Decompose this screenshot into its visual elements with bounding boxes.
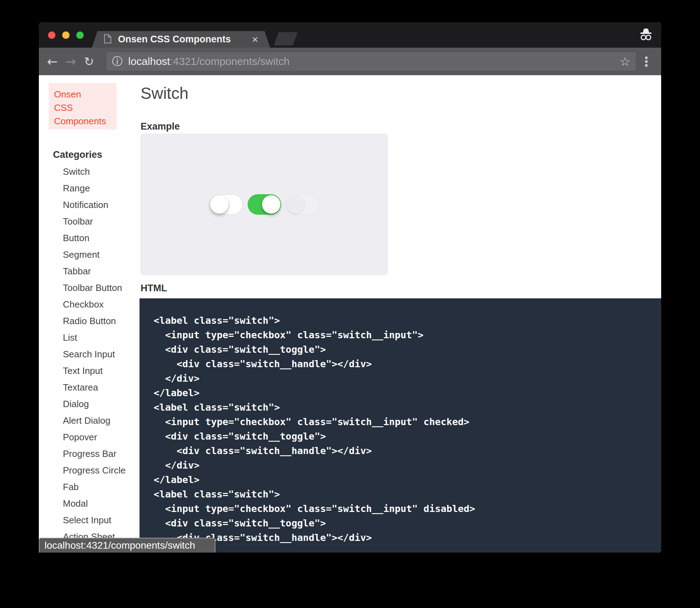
sidebar-item-switch[interactable]: Switch xyxy=(63,163,126,180)
back-button[interactable]: ← xyxy=(43,54,61,69)
code-line: </label> xyxy=(154,386,661,400)
sidebar-logo[interactable]: Onsen CSS Components xyxy=(49,83,117,130)
sidebar-item-toolbar[interactable]: Toolbar xyxy=(63,213,126,230)
browser-menu-icon[interactable]: ⋮ xyxy=(640,48,653,75)
minimize-window-button[interactable] xyxy=(62,31,70,39)
code-line: <div class="switch__handle"></div> xyxy=(154,357,661,371)
code-line: <div class="switch__toggle"> xyxy=(154,516,661,530)
browser-toolbar: ← → ↻ ⓘ localhost:4321/components/switch… xyxy=(39,48,661,75)
sidebar-item-alert-dialog[interactable]: Alert Dialog xyxy=(63,412,126,429)
logo-line: Onsen xyxy=(54,88,117,101)
sidebar-item-text-input[interactable]: Text Input xyxy=(63,363,126,379)
sidebar-item-progress-circle[interactable]: Progress Circle xyxy=(63,462,126,479)
page-document-icon xyxy=(104,34,112,45)
sidebar-item-modal[interactable]: Modal xyxy=(63,495,126,512)
tab-title: Onsen CSS Components xyxy=(118,34,245,45)
code-line: </label> xyxy=(154,472,661,487)
code-line: <label class="switch"> xyxy=(154,487,661,501)
code-line: <label class="switch"> xyxy=(154,400,661,415)
address-bar[interactable]: ⓘ localhost:4321/components/switch ☆ xyxy=(106,52,636,71)
title-bar: Onsen CSS Components × xyxy=(39,22,661,48)
page-title: Switch xyxy=(141,84,188,103)
sidebar-item-list[interactable]: List xyxy=(63,329,126,346)
new-tab-button[interactable] xyxy=(274,32,298,46)
switch-handle xyxy=(262,195,280,214)
html-label: HTML xyxy=(141,283,167,294)
sidebar-item-tabbar[interactable]: Tabbar xyxy=(63,263,126,280)
reload-button[interactable]: ↻ xyxy=(80,54,98,68)
bookmark-star-icon[interactable]: ☆ xyxy=(620,54,630,68)
logo-line: CSS xyxy=(54,101,117,114)
code-line: <div class="switch__handle"></div> xyxy=(154,443,661,458)
logo-line: Components xyxy=(54,114,117,128)
sidebar-item-select-input[interactable]: Select Input xyxy=(63,512,126,529)
sidebar-item-segment[interactable]: Segment xyxy=(63,246,126,263)
code-line: <div class="switch__toggle"> xyxy=(154,342,661,357)
code-line: </div> xyxy=(154,371,661,386)
switch-toggle-on[interactable] xyxy=(248,194,281,215)
code-line: <input type="checkbox" class="switch__in… xyxy=(154,328,661,342)
incognito-icon xyxy=(638,28,654,43)
sidebar-item-textarea[interactable]: Textarea xyxy=(63,379,126,396)
code-block: <label class="switch"> <input type="chec… xyxy=(140,298,661,553)
switch-toggle-disabled xyxy=(286,194,319,215)
site-info-icon[interactable]: ⓘ xyxy=(112,56,123,67)
code-line: <input type="checkbox" class="switch__in… xyxy=(154,415,661,429)
sidebar-item-dialog[interactable]: Dialog xyxy=(63,396,126,412)
sidebar-item-checkbox[interactable]: Checkbox xyxy=(63,296,126,313)
switch-handle xyxy=(210,195,229,214)
zoom-window-button[interactable] xyxy=(76,31,84,39)
example-panel xyxy=(141,134,388,275)
sidebar-item-toolbar-button[interactable]: Toolbar Button xyxy=(63,280,126,296)
sidebar-item-popover[interactable]: Popover xyxy=(63,429,126,446)
sidebar-item-notification[interactable]: Notification xyxy=(63,197,126,213)
example-label: Example xyxy=(141,121,180,132)
sidebar-item-fab[interactable]: Fab xyxy=(63,479,126,495)
code-line: <div class="switch__handle"></div> xyxy=(154,530,661,545)
status-bubble: localhost:4321/components/switch xyxy=(39,538,215,553)
code-line: <input type="checkbox" class="switch__in… xyxy=(154,501,661,516)
tab-close-icon[interactable]: × xyxy=(252,34,258,45)
sidebar-item-search-input[interactable]: Search Input xyxy=(63,346,126,363)
url-text: localhost:4321/components/switch xyxy=(128,55,614,67)
switch-toggle-off[interactable] xyxy=(209,194,243,215)
url-host: localhost xyxy=(128,55,170,67)
page-content: Onsen CSS Components Categories Switch R… xyxy=(39,75,661,553)
categories-list: Switch Range Notification Toolbar Button… xyxy=(63,163,126,545)
code-line: </div> xyxy=(154,458,661,472)
sidebar-item-radio-button[interactable]: Radio Button xyxy=(63,313,126,329)
sidebar-item-button[interactable]: Button xyxy=(63,230,126,246)
close-window-button[interactable] xyxy=(48,31,55,39)
switch-handle xyxy=(286,195,305,214)
code-line: <div class="switch__toggle"> xyxy=(154,429,661,443)
code-line: <label class="switch"> xyxy=(154,313,661,328)
sidebar-item-progress-bar[interactable]: Progress Bar xyxy=(63,446,126,462)
traffic-lights xyxy=(48,22,84,48)
url-path: :4321/components/switch xyxy=(170,55,290,67)
browser-tab[interactable]: Onsen CSS Components × xyxy=(92,31,270,48)
browser-window: Onsen CSS Components × ← → ↻ ⓘ localhost… xyxy=(39,22,661,553)
sidebar-item-range[interactable]: Range xyxy=(63,180,126,197)
categories-heading: Categories xyxy=(53,149,102,160)
forward-button[interactable]: → xyxy=(61,54,80,69)
